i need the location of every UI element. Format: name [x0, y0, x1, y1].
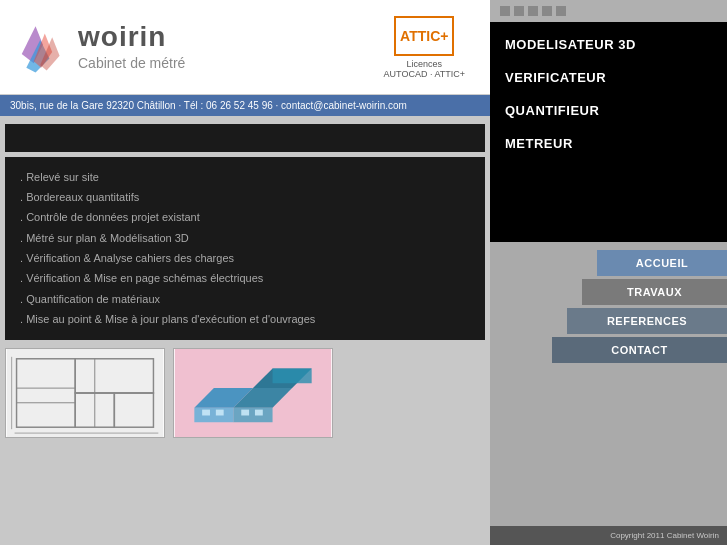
attic-badge: ATTIC+ Licences AUTOCAD · ATTIC+ [384, 16, 465, 79]
sidebar-footer: Copyright 2011 Cabinet Woirin [490, 526, 727, 545]
svg-marker-20 [233, 408, 272, 423]
svg-rect-24 [241, 410, 249, 416]
svg-rect-22 [202, 410, 210, 416]
footer-text: Copyright 2011 Cabinet Woirin [610, 531, 719, 540]
services-header-bar [5, 124, 485, 152]
service-item: Contrôle de données projet existant [20, 208, 470, 228]
right-sidebar: MODELISATEUR 3D VERIFICATEUR QUANTIFIEUR… [490, 0, 727, 545]
services-list: Relevé sur siteBordereaux quantitatifsCo… [5, 157, 485, 340]
header: woirin Cabinet de métré ATTIC+ Licences … [0, 0, 490, 95]
sidebar-dots [490, 0, 727, 22]
sidebar-nav-verificateur: VERIFICATEUR [500, 70, 717, 85]
images-row [5, 348, 485, 443]
accueil-button[interactable]: ACCUEIL [597, 250, 727, 276]
service-item: Bordereaux quantitatifs [20, 187, 470, 207]
address-bar: 30bis, rue de la Gare 92320 Châtillon · … [0, 95, 490, 116]
sidebar-top: MODELISATEUR 3D VERIFICATEUR QUANTIFIEUR… [490, 22, 727, 242]
svg-rect-23 [216, 410, 224, 416]
sidebar-nav-quantifieur: QUANTIFIEUR [500, 103, 717, 118]
svg-marker-19 [194, 408, 233, 423]
service-item: Vérification & Analyse cahiers des charg… [20, 249, 470, 269]
logo-area: woirin Cabinet de métré [15, 17, 185, 77]
attic-logo-box: ATTIC+ [394, 16, 454, 56]
svg-marker-21 [273, 369, 312, 384]
logo-subtitle: Cabinet de métré [78, 55, 185, 71]
service-item: Vérification & Mise en page schémas élec… [20, 269, 470, 289]
travaux-button[interactable]: TRAVAUX [582, 279, 727, 305]
dot-2 [514, 6, 524, 16]
dot-4 [542, 6, 552, 16]
services-ul: Relevé sur siteBordereaux quantitatifsCo… [20, 167, 470, 330]
references-button[interactable]: REFERENCES [567, 308, 727, 334]
service-item: Relevé sur site [20, 167, 470, 187]
attic-licences: Licences AUTOCAD · ATTIC+ [384, 59, 465, 79]
sidebar-nav-modelisateur: MODELISATEUR 3D [500, 37, 717, 52]
sidebar-nav-metreur: METREUR [500, 136, 717, 151]
logo-text-area: woirin Cabinet de métré [78, 23, 185, 71]
dot-5 [556, 6, 566, 16]
svg-rect-25 [255, 410, 263, 416]
service-item: Métré sur plan & Modélisation 3D [20, 228, 470, 248]
services-section: Relevé sur siteBordereaux quantitatifsCo… [0, 116, 490, 545]
plan-image-2 [173, 348, 333, 438]
sidebar-buttons: ACCUEIL TRAVAUX REFERENCES CONTACT [490, 242, 727, 526]
plan-image-1 [5, 348, 165, 438]
service-item: Quantification de matériaux [20, 289, 470, 309]
contact-button[interactable]: CONTACT [552, 337, 727, 363]
dot-1 [500, 6, 510, 16]
woirin-logo-icon [15, 17, 70, 77]
main-content: woirin Cabinet de métré ATTIC+ Licences … [0, 0, 490, 545]
service-item: Mise au point & Mise à jour plans d'exéc… [20, 310, 470, 330]
dot-3 [528, 6, 538, 16]
attic-label: ATTIC+ [400, 28, 448, 44]
logo-title: woirin [78, 23, 185, 51]
address-text: 30bis, rue de la Gare 92320 Châtillon · … [10, 100, 407, 111]
